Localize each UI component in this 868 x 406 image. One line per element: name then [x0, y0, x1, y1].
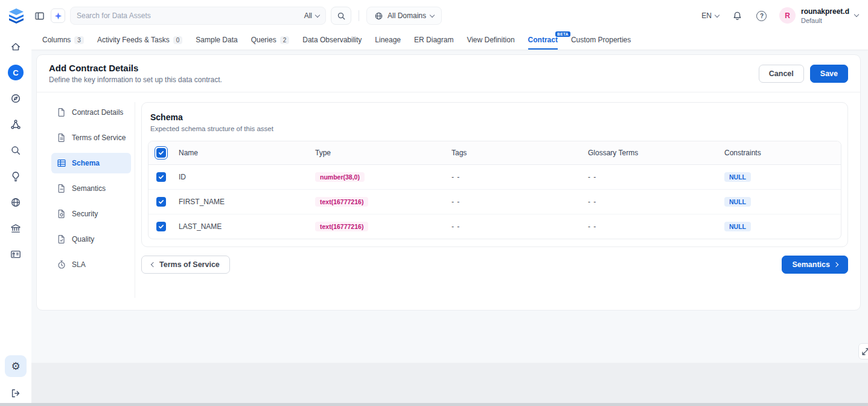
global-search[interactable]: All: [70, 7, 326, 25]
home-icon[interactable]: [5, 36, 26, 57]
resize-handle-icon[interactable]: [858, 343, 868, 359]
sidebar-toggle-icon[interactable]: [31, 8, 47, 24]
page-title: Add Contract Details: [49, 63, 222, 73]
file-icon: [57, 108, 66, 117]
ai-sparkle-icon[interactable]: [51, 8, 65, 23]
row-checkbox[interactable]: [156, 197, 166, 207]
domains-label: All Domains: [388, 11, 426, 20]
tab-count-badge: 2: [280, 36, 290, 44]
step-semantics[interactable]: Semantics: [51, 178, 131, 199]
step-sla[interactable]: SLA: [51, 254, 131, 275]
schema-subtitle: Expected schema structure of this asset: [148, 125, 841, 132]
header-divider: [359, 10, 359, 21]
tags-value: - -: [447, 190, 583, 213]
tab-view-definition[interactable]: View Definition: [467, 31, 514, 50]
prev-step-button[interactable]: Terms of Service: [141, 256, 230, 274]
card-header-text: Add Contract Details Define the key info…: [49, 63, 222, 84]
chevron-down-icon: [430, 12, 435, 17]
settings-gear-icon[interactable]: ⚙: [5, 355, 27, 377]
chevron-left-icon: [151, 262, 156, 267]
table-row: LAST_NAME text(16777216) - - - - NULL: [148, 214, 841, 239]
rail-bottom: ⚙: [5, 355, 27, 404]
file-icon: [57, 184, 66, 193]
tab-contract[interactable]: Contract BETA: [528, 31, 558, 50]
domains-globe-icon[interactable]: [5, 192, 26, 213]
user-menu[interactable]: R rounakpreet.d Default: [779, 7, 858, 24]
schema-panel: Schema Expected schema structure of this…: [141, 102, 848, 247]
steps-divider: [135, 102, 135, 298]
user-info: rounakpreet.d Default: [801, 7, 849, 24]
language-value: EN: [701, 11, 712, 20]
tab-activity-feeds[interactable]: Activity Feeds & Tasks 0: [97, 31, 182, 50]
table-row: ID number(38,0) - - - - NULL: [148, 165, 841, 190]
glossary-value: - -: [583, 166, 720, 188]
column-header-tags: Tags: [447, 144, 583, 162]
tab-sample-data[interactable]: Sample Data: [196, 31, 237, 50]
bulb-icon[interactable]: [5, 166, 26, 187]
type-tag: number(38,0): [315, 172, 365, 182]
domains-selector[interactable]: All Domains: [366, 7, 442, 25]
row-checkbox[interactable]: [156, 172, 166, 182]
chevron-down-icon: [315, 12, 320, 17]
app-c-icon[interactable]: C: [5, 62, 26, 83]
network-graph-icon[interactable]: [5, 114, 26, 135]
compass-icon[interactable]: [5, 88, 26, 109]
main-area: Columns 3 Activity Feeds & Tasks 0 Sampl…: [31, 31, 868, 406]
column-name: LAST_NAME: [174, 215, 310, 238]
tab-lineage[interactable]: Lineage: [375, 31, 401, 50]
language-selector[interactable]: EN: [701, 11, 719, 20]
tab-bar: Columns 3 Activity Feeds & Tasks 0 Sampl…: [31, 31, 868, 50]
column-header-name: Name: [174, 144, 310, 162]
cancel-button[interactable]: Cancel: [759, 65, 804, 83]
help-icon[interactable]: ?: [754, 8, 770, 24]
user-name: rounakpreet.d: [801, 7, 849, 16]
step-footer: Terms of Service Semantics: [141, 256, 848, 274]
contract-card: Add Contract Details Define the key info…: [36, 54, 861, 311]
save-button[interactable]: Save: [810, 65, 848, 83]
card-body: Contract Details Terms of Service: [37, 92, 860, 310]
tab-er-diagram[interactable]: ER Diagram: [414, 31, 453, 50]
tab-count-badge: 3: [74, 36, 84, 44]
tab-data-observability[interactable]: Data Observability: [302, 31, 362, 50]
beta-badge: BETA: [555, 31, 570, 37]
step-terms-of-service[interactable]: Terms of Service: [51, 127, 131, 148]
governance-bank-icon[interactable]: [5, 218, 26, 239]
notifications-bell-icon[interactable]: [730, 8, 745, 24]
contract-steps-nav: Contract Details Terms of Service: [51, 102, 131, 298]
constraint-tag: NULL: [724, 172, 751, 182]
checkbox-checked-icon: [156, 148, 166, 158]
logout-icon[interactable]: [5, 383, 26, 404]
row-checkbox[interactable]: [156, 222, 166, 231]
card-header: Add Contract Details Define the key info…: [37, 55, 860, 92]
select-all-checkbox[interactable]: [155, 146, 168, 160]
knowledge-card-icon[interactable]: [5, 244, 26, 265]
column-name: ID: [174, 166, 310, 188]
rail-search-icon[interactable]: [5, 140, 26, 161]
search-icon[interactable]: [331, 7, 351, 25]
step-quality[interactable]: Quality: [51, 229, 131, 250]
tab-columns[interactable]: Columns 3: [42, 31, 84, 50]
search-input[interactable]: [77, 11, 299, 20]
header-actions: Cancel Save: [759, 65, 848, 83]
bottom-edge: [0, 403, 868, 406]
type-tag: text(16777216): [315, 197, 368, 207]
glossary-value: - -: [583, 215, 720, 238]
search-scope-value: All: [304, 11, 312, 20]
step-security[interactable]: Security: [51, 204, 131, 224]
app-logo-icon[interactable]: [7, 8, 25, 24]
tab-custom-properties[interactable]: Custom Properties: [571, 31, 631, 50]
glossary-value: - -: [583, 190, 720, 213]
next-step-button[interactable]: Semantics: [782, 256, 848, 274]
step-schema[interactable]: Schema: [51, 153, 131, 173]
column-name: FIRST_NAME: [174, 190, 310, 213]
file-lines-icon: [57, 133, 66, 143]
tags-value: - -: [447, 166, 583, 188]
step-content: Schema Expected schema structure of this…: [141, 102, 848, 298]
tab-queries[interactable]: Queries 2: [251, 31, 290, 50]
table-grid-icon: [57, 158, 66, 168]
search-scope-dropdown[interactable]: All: [304, 11, 319, 20]
tab-count-badge: 0: [173, 36, 183, 44]
table-row: FIRST_NAME text(16777216) - - - - NULL: [148, 190, 841, 214]
table-header-row: Name Type Tags Glossary Terms Constraint…: [148, 141, 841, 165]
step-contract-details[interactable]: Contract Details: [51, 102, 131, 123]
